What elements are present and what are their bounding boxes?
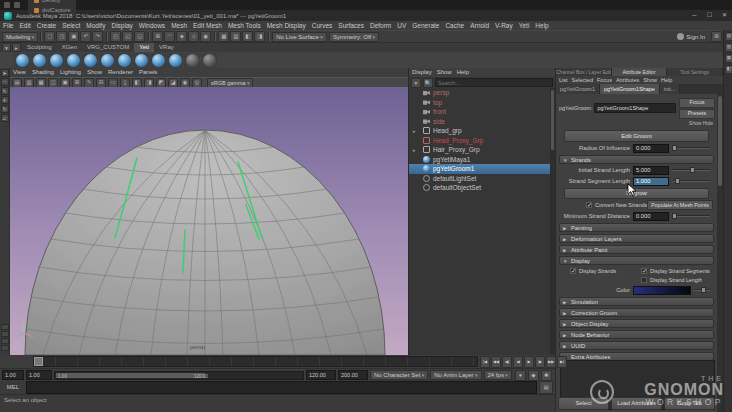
color-slider[interactable]: [694, 286, 710, 294]
yeti-shelf-button-2[interactable]: [31, 53, 47, 69]
shelf-tab[interactable]: Sculpting: [22, 43, 57, 52]
set-key-icon[interactable]: ◆: [528, 370, 539, 381]
expand-arrow-icon[interactable]: ▸: [413, 128, 416, 134]
save-scene-icon[interactable]: ▣: [68, 31, 79, 42]
outliner-search-input[interactable]: [435, 78, 553, 87]
outliner-item[interactable]: ▸ Head_grp: [409, 126, 550, 136]
outliner-item[interactable]: side: [409, 117, 550, 127]
show-hide-links[interactable]: Show Hide: [556, 120, 713, 126]
node-tab[interactable]: pgYetiGroom1Shape: [600, 84, 660, 94]
open-scene-icon[interactable]: ◳: [56, 31, 67, 42]
resolution-gate-icon[interactable]: ▯: [120, 78, 130, 88]
safe-title-icon[interactable]: ◪: [168, 78, 178, 88]
paint-select-tool-icon[interactable]: ✎: [1, 87, 9, 95]
menu-item[interactable]: Display: [108, 21, 135, 30]
shelf-tab[interactable]: VRay: [154, 43, 179, 52]
persp-outliner-layout-button[interactable]: [1, 338, 9, 344]
script-editor-icon[interactable]: ▤: [539, 381, 553, 394]
menu-item[interactable]: Mesh: [168, 21, 190, 30]
display-strand-length-checkbox[interactable]: [641, 277, 647, 283]
step-back-frame-button[interactable]: ◀◀: [491, 356, 501, 368]
outliner-item[interactable]: top: [409, 98, 550, 108]
select-camera-icon[interactable]: ▤: [12, 78, 22, 88]
select-component-icon[interactable]: ◲: [134, 31, 145, 42]
yeti-shelf-button-9[interactable]: [150, 53, 166, 69]
minimum-strand-distance-field[interactable]: 0.000: [633, 212, 669, 221]
camera-attributes-icon[interactable]: ▦: [36, 78, 46, 88]
single-pane-layout-button[interactable]: [1, 324, 9, 330]
time-slider[interactable]: [33, 356, 478, 367]
mel-command-input[interactable]: [26, 381, 537, 394]
auto-keyframe-icon[interactable]: ●: [515, 370, 526, 381]
snap-to-curve-icon[interactable]: ◠: [164, 31, 175, 42]
play-forwards-button[interactable]: ▶: [524, 356, 534, 368]
redo-icon[interactable]: ↷: [92, 31, 103, 42]
isolate-select-icon[interactable]: ◉: [180, 78, 190, 88]
select-hierarchy-icon[interactable]: ◰: [110, 31, 121, 42]
load-attributes-button[interactable]: Load Attributes: [611, 397, 662, 410]
render-view-icon[interactable]: ▦: [218, 31, 229, 42]
four-pane-layout-button[interactable]: [1, 331, 9, 337]
snap-to-grid-icon[interactable]: ⊞: [152, 31, 163, 42]
collapsed-section-header[interactable]: ▶ Object Display: [559, 319, 714, 328]
playback-end-field[interactable]: 120.00: [306, 370, 336, 380]
xray-icon[interactable]: ◎: [192, 78, 202, 88]
radius-of-influence-slider[interactable]: [672, 144, 710, 152]
symmetry-dropdown[interactable]: Symmetry: Off: [329, 32, 379, 42]
menu-item[interactable]: UV: [394, 21, 409, 30]
snap-to-plane-icon[interactable]: ◇: [188, 31, 199, 42]
outliner-item[interactable]: persp: [409, 88, 550, 98]
menu-item[interactable]: Cache: [442, 21, 467, 30]
menu-item[interactable]: Curves: [309, 21, 336, 30]
shelf-tab[interactable]: XGen: [57, 43, 82, 52]
modeling-toolkit-tab-icon[interactable]: ◧: [725, 65, 732, 74]
menu-item[interactable]: File: [0, 21, 16, 30]
strands-section-header[interactable]: ▼ Strands: [559, 155, 714, 164]
populate-at-mesh-points-button[interactable]: Populate At Mesh Points: [647, 200, 713, 210]
collapsed-section-header[interactable]: ▶ Node Behavior: [559, 330, 714, 339]
shelf-button-12[interactable]: [201, 53, 217, 69]
yeti-shelf-button-10[interactable]: [167, 53, 183, 69]
bookmarks-icon[interactable]: ◫: [48, 78, 58, 88]
selection-mode-dropdown[interactable]: Modeling: [2, 32, 38, 42]
os-app-icon[interactable]: [4, 2, 10, 8]
snap-to-point-icon[interactable]: ◈: [176, 31, 187, 42]
select-object-icon[interactable]: ◱: [122, 31, 133, 42]
strand-segment-length-slider[interactable]: [672, 177, 710, 185]
outliner-item[interactable]: front: [409, 107, 550, 117]
field-chart-icon[interactable]: ◨: [144, 78, 154, 88]
workspace-icon[interactable]: ⊞: [711, 31, 722, 42]
outliner-menu-item[interactable]: Display: [412, 68, 432, 77]
menu-item[interactable]: Mesh Display: [264, 21, 309, 30]
display-section-header[interactable]: ▼ Display: [559, 256, 714, 265]
maximize-button[interactable]: ☐: [702, 10, 717, 21]
tool-settings-tab-icon[interactable]: ▦: [725, 54, 732, 63]
yeti-shelf-button-5[interactable]: [82, 53, 98, 69]
ipr-render-icon[interactable]: ◧: [242, 31, 253, 42]
collapsed-section-header[interactable]: ▶ Correction Groom: [559, 308, 714, 317]
viewport-menu-item[interactable]: Panels: [136, 68, 160, 77]
go-to-end-button[interactable]: ▶|: [557, 356, 567, 368]
menu-item[interactable]: Windows: [136, 21, 168, 30]
focus-button[interactable]: Focus: [679, 98, 715, 108]
expand-arrow-icon[interactable]: ▸: [413, 147, 416, 153]
go-to-start-button[interactable]: |◀: [480, 356, 490, 368]
scale-tool-icon[interactable]: ▱: [1, 114, 9, 122]
close-button[interactable]: ✕: [717, 10, 732, 21]
render-current-frame-icon[interactable]: ▥: [230, 31, 241, 42]
grid-icon[interactable]: ⊟: [96, 78, 106, 88]
viewport-menu-item[interactable]: Shading: [29, 68, 57, 77]
yeti-shelf-button-1[interactable]: [14, 53, 30, 69]
node-name-field[interactable]: pgYetiGroom1Shape: [594, 103, 676, 113]
initial-strand-length-slider[interactable]: [672, 166, 710, 174]
attribute-editor-tab-icon[interactable]: ▥: [725, 43, 732, 52]
outliner-item[interactable]: pgYetiMaya1: [409, 155, 550, 165]
collapsed-section-header[interactable]: ▶ Deformation Layers: [559, 234, 714, 243]
strand-segment-length-field[interactable]: 1.000: [633, 177, 669, 186]
range-slider-fill[interactable]: [56, 373, 205, 378]
minimum-strand-distance-slider[interactable]: [672, 212, 710, 220]
gate-mask-icon[interactable]: ◧: [132, 78, 142, 88]
film-gate-icon[interactable]: ▭: [108, 78, 118, 88]
safe-action-icon[interactable]: ◩: [156, 78, 166, 88]
fps-dropdown[interactable]: 24 fps: [484, 370, 512, 380]
